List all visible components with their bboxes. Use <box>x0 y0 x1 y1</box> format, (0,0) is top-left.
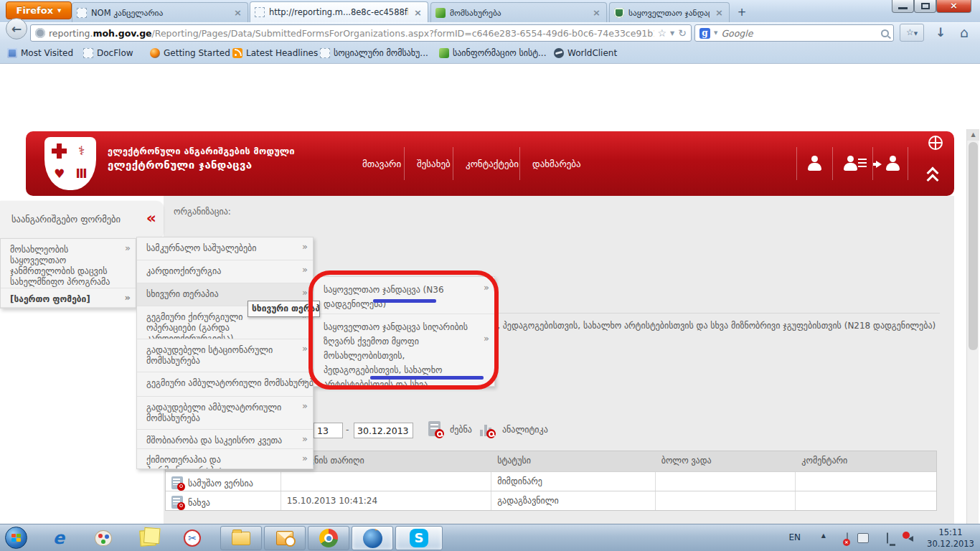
taskbar-explorer-button[interactable] <box>220 526 262 550</box>
logout-button[interactable] <box>872 147 908 180</box>
show-bookmarks-button[interactable]: ☆▼ <box>900 24 924 42</box>
organization-label: ორგანიზაცია: <box>174 207 231 217</box>
firefox-icon <box>363 529 382 548</box>
action-link[interactable]: სამუშაო ვერსია <box>188 479 253 489</box>
bookmark-information-system[interactable]: საინფორმაციო სისტ... <box>436 46 549 60</box>
network-icon[interactable] <box>887 532 888 544</box>
mute-badge-icon <box>903 532 910 539</box>
taskbar-ie-icon[interactable]: e <box>44 527 73 549</box>
downloads-button[interactable]: ↓ <box>933 24 948 42</box>
menu-item-state-program[interactable]: მოსახლეობის საყოველთაო ჯანმრთელობის დაცვ… <box>1 239 136 288</box>
url-dropdown-icon[interactable]: ▼ <box>670 30 674 37</box>
chevron-right-icon: » <box>302 376 308 387</box>
start-button[interactable] <box>5 527 27 549</box>
language-globe-icon[interactable] <box>928 136 943 150</box>
date-cell: 15.10.2013 10:41:24 <box>281 491 491 510</box>
search-box[interactable]: g ▼ <box>694 24 894 42</box>
bookmark-star-icon[interactable]: ☆ <box>658 27 667 39</box>
language-indicator[interactable]: EN <box>788 532 801 542</box>
back-button[interactable]: ← <box>6 18 27 39</box>
firefox-menu-button[interactable]: Firefox ▼ <box>6 1 72 19</box>
power-plug-icon[interactable] <box>857 533 869 543</box>
taskbar-paint-icon[interactable] <box>89 527 118 549</box>
bookmark-docflow[interactable]: DocFlow <box>80 46 136 60</box>
minimize-button[interactable] <box>892 0 914 13</box>
tab-title: NOM კანცელარია <box>91 8 228 18</box>
tab-services[interactable]: მომსახურება × <box>430 2 607 22</box>
date-to-input[interactable] <box>354 423 413 438</box>
taskbar-skype-button[interactable]: S <box>395 526 443 550</box>
tab-close-icon[interactable]: × <box>232 7 243 18</box>
analytics-chart-icon[interactable] <box>479 421 494 436</box>
taskbar-firefox-button[interactable] <box>352 526 393 550</box>
globe-icon <box>554 48 564 58</box>
nav-help[interactable]: დახმარება <box>519 147 593 180</box>
search-doc-icon[interactable] <box>428 421 440 436</box>
bookmark-latest-headlines[interactable]: Latest Headlines <box>230 46 321 60</box>
scroll-up-arrow[interactable]: ▲ <box>967 129 979 141</box>
close-button[interactable]: × <box>936 0 971 13</box>
scissors-icon: ✂ <box>184 529 201 547</box>
search-button[interactable]: ძებნა <box>450 425 472 435</box>
submenu-item-chemotherapy[interactable]: ქიმიოთერაპია და ჰორმონოთერაპია» <box>137 449 313 468</box>
action-link[interactable]: ნახვა <box>188 498 210 508</box>
site-identity-icon[interactable] <box>35 28 45 38</box>
bookmark-social-services[interactable]: სოციალური მომსახუ... <box>317 46 431 60</box>
taskbar-sticky-notes-icon[interactable] <box>133 527 162 549</box>
home-button[interactable]: ⌂ <box>956 24 973 42</box>
bookmark-most-visited[interactable]: Most Visited <box>4 46 76 60</box>
action-cell[interactable]: სამუშაო ვერსია <box>166 472 281 491</box>
action-center-flag-icon[interactable]: × <box>847 532 848 544</box>
url-subdomain: reporting. <box>49 28 93 39</box>
profile-button[interactable] <box>796 147 832 180</box>
scrollbar-thumb[interactable] <box>969 142 978 350</box>
action-cell[interactable]: ნახვა <box>166 491 281 510</box>
tab-reporting-active[interactable]: http://reporting.m...8e8c-ec4588fb0f93 × <box>250 1 428 22</box>
tab-nom[interactable]: NOM კანცელარია × <box>72 2 248 22</box>
show-hidden-icons[interactable]: ▲ <box>821 532 826 539</box>
submenu-item-planned-outpatient[interactable]: გეგმიური ამბულატორიული მომსახურება» <box>137 372 313 397</box>
url-bar[interactable]: reporting.moh.gov.ge/Reporting/Pages/Dat… <box>30 24 692 42</box>
tab-close-icon[interactable]: × <box>714 7 725 18</box>
vertical-scrollbar[interactable]: ▲ ▼ <box>966 129 979 551</box>
submenu-item-childbirth[interactable]: მშობიარობა და საკეისრო კვეთა» <box>137 430 313 449</box>
search-icon[interactable] <box>881 29 889 37</box>
collapse-sidebar-icon[interactable]: « <box>146 209 156 227</box>
shield-favicon <box>614 8 624 18</box>
taskbar-outlook-button[interactable] <box>264 526 306 550</box>
search-input[interactable] <box>721 28 877 39</box>
submenu-item-urgent-outpatient[interactable]: გადაუდებელი ამბულატორიული მომსახურება» <box>137 397 313 430</box>
site-title-line2: ელექტრონული ჯანდაცვა <box>108 159 252 171</box>
submenu-item-medicines[interactable]: სამკურნალო საშუალებები» <box>137 237 313 260</box>
taskbar-chrome-button[interactable] <box>308 526 349 550</box>
submenu-item-urgent-inpatient[interactable]: გადაუდებელი სტაციონარული მომსახურება» <box>137 339 313 372</box>
reload-icon[interactable]: ↻ <box>678 27 687 39</box>
new-tab-button[interactable]: + <box>733 4 750 20</box>
date-from-input[interactable] <box>314 423 343 438</box>
most-visited-icon <box>7 48 17 58</box>
analytics-button[interactable]: ანალიტიკა <box>502 425 548 435</box>
url-text: reporting.moh.gov.ge/Reporting/Pages/Dat… <box>49 28 654 39</box>
tab-close-icon[interactable]: × <box>413 7 423 18</box>
tab-close-icon[interactable]: × <box>591 7 602 18</box>
taskbar-clock[interactable]: 15:11 30.12.2013 <box>925 527 976 550</box>
bookmark-label: სოციალური მომსახუ... <box>334 48 428 58</box>
column-header-status: სტატუსი <box>491 451 656 471</box>
restore-button[interactable] <box>914 0 936 13</box>
menu-item-label: სხივური თერაპია <box>146 289 219 299</box>
menu-item-common-forms[interactable]: [საერთო ფომები] » <box>1 288 136 308</box>
submenu-item-cardiosurgery[interactable]: კარდიოქირურგია» <box>137 260 313 283</box>
user-list-button[interactable] <box>832 147 868 180</box>
bookmark-getting-started[interactable]: Getting Started <box>147 46 233 60</box>
chevron-right-icon: » <box>302 400 308 411</box>
page-viewport: ⚕ ♥ Ⅲ ელექტრონული ანგარიშგების მოდული ელ… <box>0 65 980 524</box>
engine-dropdown-icon[interactable]: ▼ <box>714 30 717 36</box>
collapse-header-button[interactable] <box>927 169 943 186</box>
bookmark-worldclient[interactable]: WorldClient <box>551 46 620 60</box>
tab-title: http://reporting.m...8e8c-ec4588fb0f93 <box>269 7 408 17</box>
taskbar-snipping-tool-icon[interactable]: ✂ <box>178 527 207 549</box>
google-engine-icon[interactable]: g <box>699 28 710 39</box>
menu-item-label: ქიმიოთერაპია და ჰორმონოთერაპია <box>146 455 222 468</box>
skype-icon: S <box>410 529 428 547</box>
tab-healthcare[interactable]: საყოველთაო ჯანდაცვა | საქართვე... × <box>609 2 730 22</box>
